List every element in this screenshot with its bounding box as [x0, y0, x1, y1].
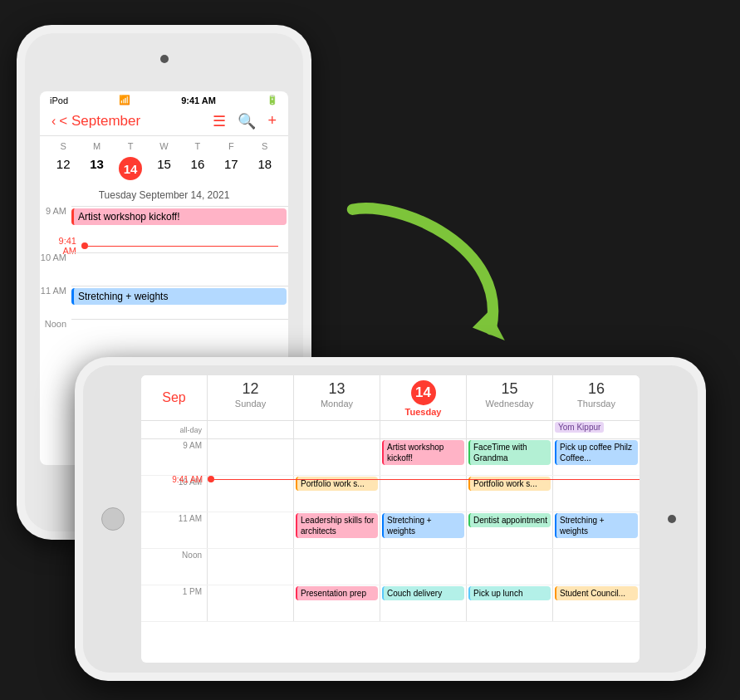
allday-row: all-day Yom Kippur: [141, 421, 640, 439]
time-label-11am: 11 AM: [40, 286, 71, 296]
portrait-status-bar: iPod 📶 9:41 AM 🔋: [40, 91, 288, 109]
header-thursday[interactable]: 16 Thursday: [553, 375, 640, 420]
landscape-cell-sunday-1pm: [208, 585, 294, 621]
event-presentation-prep[interactable]: Presentation prep: [296, 586, 378, 600]
current-time-indicator: 9:41 AM: [50, 239, 278, 252]
landscape-cell-tuesday-noon: [380, 549, 467, 585]
landscape-cell-thursday-9am: Pick up coffee Philz Coffee...: [553, 439, 640, 475]
landscape-cell-monday-9am: [294, 439, 380, 475]
landscape-cell-thursday-1pm: Student Council...: [553, 585, 640, 621]
event-stretching[interactable]: Stretching + weights: [71, 288, 287, 305]
weekday-wed: W: [147, 140, 180, 153]
landscape-cell-monday-11am: Leadership skills for architects: [294, 512, 380, 548]
current-time-landscape-label: 9:41 AM: [143, 475, 203, 484]
month-title: < September: [59, 113, 140, 130]
status-time: 9:41 AM: [181, 95, 216, 105]
allday-label: all-day: [141, 421, 208, 438]
landscape-row-noon: Noon: [141, 549, 640, 585]
portrait-day-label: Tuesday September 14, 2021: [40, 186, 288, 206]
arrow-indicator: [316, 191, 565, 357]
allday-sunday: [208, 421, 294, 438]
event-facetime[interactable]: FaceTime with Grandma: [468, 440, 551, 465]
search-icon[interactable]: 🔍: [238, 112, 256, 130]
time-row-9am: 9 AM Artist workshop kickoff!: [40, 206, 288, 239]
wednesday-num: 15: [470, 380, 549, 399]
weekday-mon: M: [80, 140, 113, 153]
back-button[interactable]: ‹ < September: [51, 113, 140, 130]
time-label-10am: 10 AM: [40, 252, 71, 262]
monday-label: Monday: [321, 399, 353, 409]
tuesday-num: 14: [411, 380, 436, 405]
landscape-device-inner: Sep 12 Sunday 13 Monday 14 Tuesday 15 We…: [83, 365, 698, 673]
portrait-timeline: 9 AM Artist workshop kickoff! 9:41 AM 10…: [40, 206, 288, 352]
time-grid: 9:41 AM 9 AM Artist workshop kickoff!: [141, 439, 640, 622]
date-17[interactable]: 17: [214, 154, 247, 183]
date-15[interactable]: 15: [147, 154, 180, 183]
current-time-line: [88, 246, 278, 247]
date-12[interactable]: 12: [47, 154, 80, 183]
thursday-label: Thursday: [577, 399, 615, 409]
landscape-row-9am: 9 AM Artist workshop kickoff! FaceTime w…: [141, 439, 640, 476]
allday-monday: [294, 421, 380, 438]
date-13[interactable]: 13: [80, 154, 113, 183]
dates-row: 12 13 14 15 16 17 18: [40, 153, 288, 186]
event-pickup-coffee[interactable]: Pick up coffee Philz Coffee...: [555, 440, 638, 465]
weekday-fri: F: [214, 140, 247, 153]
weekday-thu: T: [181, 140, 214, 153]
landscape-side-button[interactable]: [101, 507, 125, 531]
list-icon[interactable]: ☰: [213, 112, 226, 130]
header-monday[interactable]: 13 Monday: [294, 375, 380, 420]
sep-label: Sep: [141, 375, 208, 420]
thursday-num: 16: [556, 380, 636, 399]
header-wednesday[interactable]: 15 Wednesday: [467, 375, 553, 420]
landscape-cell-wednesday-noon: [467, 549, 553, 585]
svg-marker-0: [473, 311, 505, 340]
landscape-cell-tuesday-9am: Artist workshop kickoff!: [380, 439, 467, 475]
sunday-label: Sunday: [235, 399, 266, 409]
time-line-10am: [71, 252, 288, 286]
header-icons: ☰ 🔍 +: [213, 112, 277, 130]
landscape-cell-thursday-noon: [553, 549, 640, 585]
event-artist-workshop-landscape[interactable]: Artist workshop kickoff!: [382, 440, 464, 465]
time-label-9am: 9 AM: [40, 206, 71, 216]
yom-kippur-event[interactable]: Yom Kippur: [555, 422, 604, 433]
landscape-current-time: 9:41 AM: [208, 476, 640, 482]
event-stretching-tuesday[interactable]: Stretching + weights: [382, 513, 464, 538]
event-dentist[interactable]: Dentist appointment: [468, 513, 551, 527]
ipod-landscape-device: Sep 12 Sunday 13 Monday 14 Tuesday 15 We…: [75, 357, 706, 681]
landscape-screen: Sep 12 Sunday 13 Monday 14 Tuesday 15 We…: [141, 375, 640, 663]
current-time-dot: [81, 242, 88, 249]
event-student-council[interactable]: Student Council...: [555, 586, 638, 600]
current-time-landscape-line: [214, 479, 640, 480]
time-row-noon: Noon: [40, 319, 288, 352]
add-icon[interactable]: +: [267, 112, 277, 130]
time-row-11am: 11 AM Stretching + weights: [40, 286, 288, 319]
event-stretching-thursday[interactable]: Stretching + weights: [555, 513, 638, 538]
time-line-9am: Artist workshop kickoff!: [71, 206, 288, 239]
landscape-header: Sep 12 Sunday 13 Monday 14 Tuesday 15 We…: [141, 375, 640, 421]
landscape-label-noon: Noon: [141, 549, 208, 585]
ipod-label: iPod: [50, 95, 68, 105]
weekday-labels: S M T W T F S: [40, 136, 288, 153]
landscape-row-11am: 11 AM Leadership skills for architects S…: [141, 512, 640, 549]
sunday-num: 12: [211, 380, 290, 399]
date-18[interactable]: 18: [248, 154, 282, 183]
event-leadership-skills[interactable]: Leadership skills for architects: [296, 513, 378, 538]
time-line-noon: [71, 319, 288, 352]
landscape-cell-sunday-9am: [208, 439, 294, 475]
date-16[interactable]: 16: [181, 154, 214, 183]
event-couch-delivery[interactable]: Couch delivery: [382, 586, 464, 600]
landscape-cell-sunday-noon: [208, 549, 294, 585]
event-pick-up-lunch[interactable]: Pick up lunch: [468, 586, 551, 600]
date-14-today[interactable]: 14: [114, 154, 147, 183]
landscape-cell-tuesday-11am: Stretching + weights: [380, 512, 467, 548]
landscape-label-9am: 9 AM: [141, 439, 208, 475]
landscape-cell-wednesday-9am: FaceTime with Grandma: [467, 439, 553, 475]
header-sunday[interactable]: 12 Sunday: [208, 375, 294, 420]
allday-tuesday: [380, 421, 467, 438]
landscape-camera: [668, 515, 676, 523]
wifi-icon: 📶: [119, 95, 130, 105]
event-artist-workshop[interactable]: Artist workshop kickoff!: [71, 208, 287, 225]
header-tuesday[interactable]: 14 Tuesday: [380, 375, 467, 420]
wednesday-label: Wednesday: [486, 399, 534, 409]
